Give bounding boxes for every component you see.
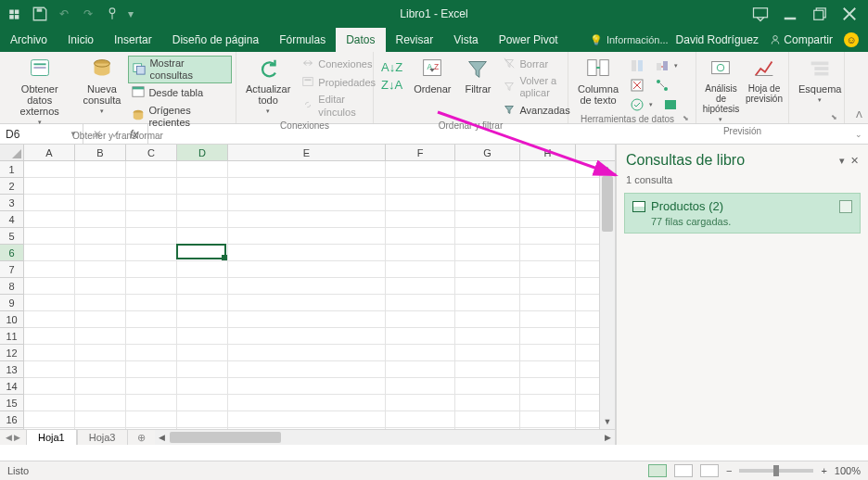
feedback-icon[interactable]: ☺ [844,32,859,47]
scrollbar-thumb[interactable] [602,176,613,232]
qat-customize-icon[interactable]: ▾ [128,7,134,20]
ordenar-button[interactable]: AZ Ordenar [408,54,456,96]
filtrar-button[interactable]: Filtrar [458,54,497,96]
tell-me[interactable]: 💡 Información... [590,28,676,52]
esquema-button[interactable]: Esquema ▾ [793,54,847,106]
origenes-recientes-button[interactable]: Orígenes recientes [128,104,232,130]
ribbon-options-icon[interactable] [747,5,773,23]
normal-view-button[interactable] [648,464,667,477]
zoom-out-button[interactable]: − [726,465,732,476]
peek-icon[interactable] [839,200,852,213]
tab-insertar[interactable]: Insertar [104,28,162,52]
scroll-up-icon[interactable]: ▲ [600,161,615,176]
avanzadas-button[interactable]: Avanzadas [499,102,573,120]
tab-datos[interactable]: Datos [336,28,385,52]
desde-tabla-button[interactable]: Desde tabla [128,84,232,102]
scroll-left-icon[interactable]: ◀ [155,430,170,445]
row-header-7[interactable]: 7 [0,261,23,278]
sheet-nav[interactable]: ◀▶ [0,433,26,442]
zoom-in-button[interactable]: + [821,465,826,476]
flash-fill-button[interactable] [626,57,648,74]
vertical-scrollbar[interactable]: ▲ ▼ [599,161,615,429]
touch-mode-icon[interactable] [104,6,121,22]
row-header-9[interactable]: 9 [0,295,23,311]
dialog-launcher[interactable]: ⬊ [831,113,840,121]
dialog-launcher[interactable]: ⬊ [683,114,692,124]
app-icon[interactable] [7,6,24,22]
collapse-ribbon-icon[interactable]: ᐱ [856,109,862,120]
hoja-prevision-button[interactable]: Hoja de previsión [744,54,785,106]
tab-formulas[interactable]: Fórmulas [269,28,336,52]
column-header-H[interactable]: H [520,145,576,160]
conexiones-button[interactable]: Conexiones [298,56,379,73]
columna-de-texto-button[interactable]: Columna de texto [572,54,624,107]
actualizar-todo-button[interactable]: Actualizar todo ▾ [240,54,296,117]
data-model-button[interactable] [659,96,682,113]
redo-icon[interactable]: ↷ [80,6,96,22]
tab-archivo[interactable]: Archivo [0,28,57,52]
consolidate-button[interactable]: ▾ [651,57,682,74]
sort-asc-button[interactable]: A↓Z [377,59,406,76]
minimize-button[interactable] [777,5,803,23]
select-all-button[interactable] [0,145,24,160]
remove-duplicates-button[interactable] [626,77,648,94]
row-header-10[interactable]: 10 [0,311,23,328]
undo-icon[interactable]: ↶ [56,6,72,22]
zoom-level[interactable]: 100% [835,465,861,476]
row-header-4[interactable]: 4 [0,211,23,228]
close-button[interactable] [836,5,862,23]
scroll-down-icon[interactable]: ▼ [600,414,615,429]
row-header-15[interactable]: 15 [0,395,23,411]
row-header-6[interactable]: 6 [0,245,23,261]
row-header-8[interactable]: 8 [0,278,23,295]
expand-formula-icon[interactable]: ⌄ [855,130,862,139]
tab-power-pivot[interactable]: Power Pivot [489,28,568,52]
scrollbar-thumb[interactable] [170,432,281,443]
share-button[interactable]: Compartir [770,33,833,46]
ribbon-tabs: Archivo Inicio Insertar Diseño de página… [0,28,868,52]
mostrar-consultas-button[interactable]: Mostrar consultas [128,56,232,83]
row-header-11[interactable]: 11 [0,328,23,345]
tab-diseno-pagina[interactable]: Diseño de página [162,28,269,52]
horizontal-scrollbar[interactable]: ◀ ▶ [155,430,616,445]
row-header-2[interactable]: 2 [0,178,23,195]
cell-grid[interactable] [24,161,599,429]
page-layout-view-button[interactable] [674,464,693,477]
query-item[interactable]: Productos (2) 77 filas cargadas. [624,193,861,234]
zoom-slider[interactable] [739,469,813,473]
column-header-G[interactable]: G [455,145,520,160]
user-name[interactable]: David Rodríguez [676,33,759,46]
sort-desc-button[interactable]: Z↓A [377,77,406,94]
sheet-tab-hoja1[interactable]: Hoja1 [26,429,77,445]
row-header-13[interactable]: 13 [0,361,23,378]
tab-inicio[interactable]: Inicio [57,28,104,52]
page-break-view-button[interactable] [700,464,719,477]
panel-close-icon[interactable]: ✕ [850,155,859,167]
row-header-16[interactable]: 16 [0,411,23,428]
obtener-datos-externos-button[interactable]: Obtener datos externos ▾ [4,54,75,128]
data-validation-button[interactable]: ▾ [626,96,657,113]
panel-menu-icon[interactable]: ▾ [839,155,845,167]
tab-revisar[interactable]: Revisar [386,28,444,52]
column-header-E[interactable]: E [228,145,386,160]
nueva-consulta-button[interactable]: Nueva consulta ▾ [77,54,126,117]
row-header-14[interactable]: 14 [0,378,23,395]
save-icon[interactable] [32,6,48,22]
row-header-5[interactable]: 5 [0,228,23,245]
row-header-3[interactable]: 3 [0,195,23,211]
relationships-button[interactable] [651,77,673,94]
column-header-B[interactable]: B [75,145,126,160]
row-header-1[interactable]: 1 [0,161,23,178]
scroll-right-icon[interactable]: ▶ [600,430,615,445]
sheet-tab-hoja3[interactable]: Hoja3 [77,429,128,445]
column-header-A[interactable]: A [24,145,75,160]
column-header-F[interactable]: F [386,145,455,160]
column-header-D[interactable]: D [177,145,228,160]
dropdown-icon: ▾ [266,107,270,115]
column-header-C[interactable]: C [126,145,177,160]
new-sheet-button[interactable]: ⊕ [128,432,155,444]
analisis-hipotesis-button[interactable]: Análisis de hipótesis ▾ [700,54,742,125]
tab-vista[interactable]: Vista [443,28,488,52]
restore-button[interactable] [807,5,833,23]
row-header-12[interactable]: 12 [0,345,23,361]
